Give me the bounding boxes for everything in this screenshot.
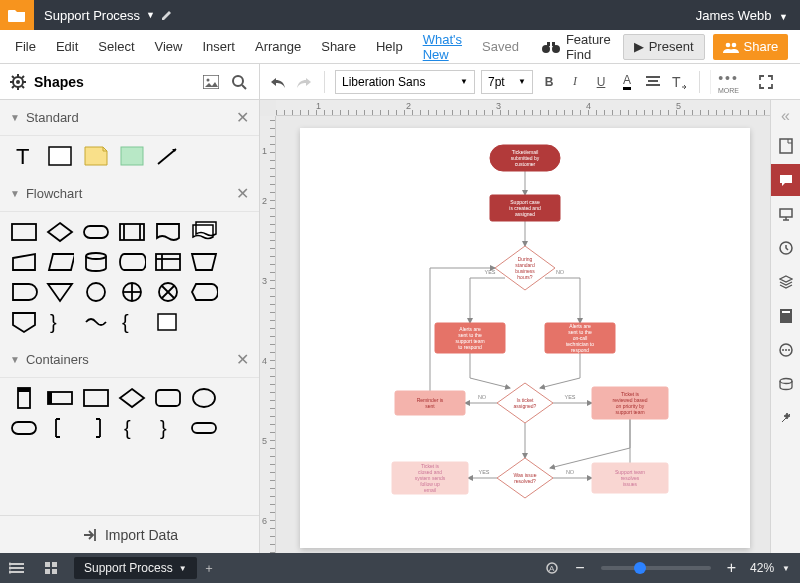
shape-data[interactable]	[46, 250, 74, 274]
shape-brace-r[interactable]: }	[46, 310, 74, 334]
zoom-value[interactable]: 42%	[742, 561, 782, 575]
shape-document[interactable]	[154, 220, 182, 244]
menu-view[interactable]: View	[146, 33, 192, 60]
history-icon[interactable]	[771, 232, 801, 264]
shape-text[interactable]: T	[10, 144, 38, 168]
pencil-icon[interactable]	[161, 9, 173, 21]
shape-offpage[interactable]	[10, 310, 38, 334]
menu-arrange[interactable]: Arrange	[246, 33, 310, 60]
undo-button[interactable]	[268, 72, 288, 92]
zoom-in-button[interactable]: +	[721, 559, 742, 577]
shape-tilde[interactable]	[82, 310, 110, 334]
share-button[interactable]: Share	[713, 34, 789, 60]
align-button[interactable]	[643, 72, 663, 92]
layers-icon[interactable]	[771, 266, 801, 298]
zoom-slider[interactable]	[601, 566, 711, 570]
shape-pill2[interactable]	[190, 416, 218, 440]
folder-icon[interactable]	[0, 0, 34, 30]
shape-terminator[interactable]	[82, 220, 110, 244]
shape-bracket-r[interactable]	[82, 416, 110, 440]
more-button[interactable]: ••• MORE	[710, 70, 746, 94]
shape-block[interactable]	[118, 144, 146, 168]
menu-whats-new[interactable]: What's New	[414, 26, 471, 68]
comment-icon[interactable]	[771, 164, 801, 196]
shape-directdata[interactable]	[118, 250, 146, 274]
shape-manualinput[interactable]	[10, 250, 38, 274]
import-data-button[interactable]: Import Data	[0, 515, 259, 553]
shape-display[interactable]	[190, 280, 218, 304]
fullscreen-button[interactable]	[752, 75, 780, 89]
shape-delay[interactable]	[10, 280, 38, 304]
menu-select[interactable]: Select	[89, 33, 143, 60]
menu-edit[interactable]: Edit	[47, 33, 87, 60]
section-containers[interactable]: ▼ Containers ✕	[0, 342, 259, 378]
shape-multidoc[interactable]	[190, 220, 218, 244]
shape-internal[interactable]	[154, 250, 182, 274]
shape-note[interactable]	[82, 144, 110, 168]
master-icon[interactable]	[771, 300, 801, 332]
shape-cont-round[interactable]	[154, 386, 182, 410]
bold-button[interactable]: B	[539, 72, 559, 92]
page-tab[interactable]: Support Process ▼	[74, 557, 197, 579]
feature-find[interactable]: Feature Find	[532, 32, 621, 62]
shape-process[interactable]	[10, 220, 38, 244]
shape-cont-circle[interactable]	[190, 386, 218, 410]
outline-icon[interactable]	[0, 553, 34, 583]
shape-database[interactable]	[82, 250, 110, 274]
close-icon[interactable]: ✕	[236, 108, 249, 127]
caret-down-icon[interactable]: ▼	[782, 564, 800, 573]
magic-icon[interactable]	[771, 402, 801, 434]
shape-bracket-l[interactable]	[46, 416, 74, 440]
present-button[interactable]: ▶ Present	[623, 34, 705, 60]
shape-rect[interactable]	[46, 144, 74, 168]
presentation-icon[interactable]	[771, 198, 801, 230]
search-icon[interactable]	[229, 72, 249, 92]
shape-arrow[interactable]	[154, 144, 182, 168]
gear-icon[interactable]	[10, 74, 26, 90]
shape-swimlane-h[interactable]	[46, 386, 74, 410]
close-icon[interactable]: ✕	[236, 184, 249, 203]
shape-predef[interactable]	[118, 220, 146, 244]
shape-manualop[interactable]	[190, 250, 218, 274]
section-standard[interactable]: ▼ Standard ✕	[0, 100, 259, 136]
image-icon[interactable]	[201, 72, 221, 92]
redo-button[interactable]	[294, 72, 314, 92]
zoom-fit-icon[interactable]: A	[535, 553, 569, 583]
add-page-button[interactable]: ＋	[197, 553, 221, 583]
shape-sum[interactable]	[154, 280, 182, 304]
data-icon[interactable]	[771, 368, 801, 400]
collapse-icon[interactable]: «	[771, 104, 801, 128]
shape-brace-l2[interactable]: {	[118, 416, 146, 440]
close-icon[interactable]: ✕	[236, 350, 249, 369]
shape-brace-r2[interactable]: }	[154, 416, 182, 440]
shape-cont-rect[interactable]	[82, 386, 110, 410]
shape-cont-pill[interactable]	[10, 416, 38, 440]
menu-share[interactable]: Share	[312, 33, 365, 60]
shape-cont-diamond[interactable]	[118, 386, 146, 410]
menu-help[interactable]: Help	[367, 33, 412, 60]
page[interactable]: YESNONOYESYESNOTicket/emailsubmitted byc…	[300, 128, 750, 548]
user-menu[interactable]: James Webb ▼	[684, 8, 800, 23]
grid-icon[interactable]	[34, 553, 68, 583]
shape-swimlane-v[interactable]	[10, 386, 38, 410]
page-icon[interactable]	[771, 130, 801, 162]
shape-merge[interactable]	[46, 280, 74, 304]
text-color-button[interactable]: A	[617, 72, 637, 92]
document-title[interactable]: Support Process ▼	[34, 8, 183, 23]
zoom-out-button[interactable]: −	[569, 559, 590, 577]
zoom-knob[interactable]	[634, 562, 646, 574]
shape-or[interactable]	[118, 280, 146, 304]
font-size-select[interactable]: 7pt ▼	[481, 70, 533, 94]
shape-note2[interactable]	[154, 310, 182, 334]
canvas[interactable]: 1 2 3 4 5 1 2 3 4 5 6 YESNONOYESYESNOTic…	[260, 100, 770, 553]
section-flowchart[interactable]: ▼ Flowchart ✕	[0, 176, 259, 212]
shape-brace-l[interactable]: {	[118, 310, 146, 334]
chat-icon[interactable]	[771, 334, 801, 366]
shape-decision[interactable]	[46, 220, 74, 244]
menu-file[interactable]: File	[6, 33, 45, 60]
shape-connector[interactable]	[82, 280, 110, 304]
font-select[interactable]: Liberation Sans ▼	[335, 70, 475, 94]
underline-button[interactable]: U	[591, 72, 611, 92]
menu-insert[interactable]: Insert	[193, 33, 244, 60]
text-icon[interactable]: T	[669, 72, 689, 92]
